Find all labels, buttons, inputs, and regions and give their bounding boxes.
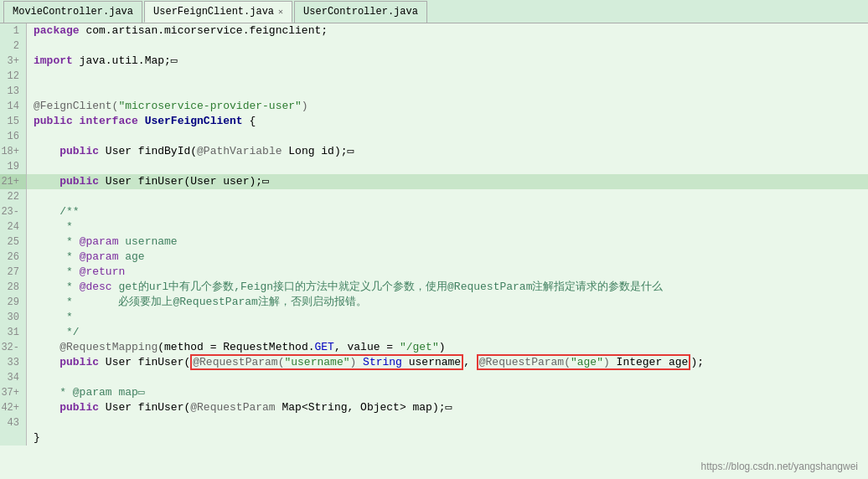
code-line: 43 <box>0 415 868 430</box>
line-num: 22 <box>0 189 27 204</box>
code-line: 3+ import java.util.Map;▭ <box>0 54 868 69</box>
line-num: 18+ <box>0 144 27 159</box>
code-line: 22 <box>0 189 868 204</box>
line-num: 32- <box>0 340 27 355</box>
line-content <box>27 69 868 84</box>
line-num: 31 <box>0 325 27 340</box>
code-line: 29 * 必须要加上@RequestParam注解，否则启动报错。 <box>0 295 868 310</box>
tab-user-label: UserController.java <box>303 6 418 18</box>
tab-feign-close[interactable]: ✕ <box>278 7 283 17</box>
code-line: 32- @RequestMapping(method = RequestMeth… <box>0 340 868 355</box>
line-content: public interface UserFeignClient { <box>27 114 868 129</box>
red-highlight-username: @RequestParam("username") String usernam… <box>190 354 463 370</box>
line-content: @FeignClient("microservice-provider-user… <box>27 99 868 114</box>
line-num: 30 <box>0 310 27 325</box>
line-content <box>27 39 868 54</box>
tab-movie-label: MovieController.java <box>13 6 133 18</box>
line-num: 12 <box>0 69 27 84</box>
line-num: 15 <box>0 114 27 129</box>
line-num: 24 <box>0 219 27 234</box>
line-num: 27 <box>0 265 27 280</box>
line-content <box>27 189 868 204</box>
line-num: 14 <box>0 99 27 114</box>
code-line-33: 33 public User finUser(@RequestParam("us… <box>0 355 868 370</box>
line-content <box>27 129 868 144</box>
line-content: * <box>27 219 868 234</box>
code-line: 15 public interface UserFeignClient { <box>0 114 868 129</box>
line-num: 19 <box>0 159 27 174</box>
line-content <box>27 84 868 99</box>
line-num <box>0 430 27 446</box>
line-content: import java.util.Map;▭ <box>27 54 868 69</box>
line-content: public User finUser(@RequestParam("usern… <box>27 355 868 370</box>
line-content: */ <box>27 325 868 340</box>
line-content: package com.artisan.micorservice.feigncl… <box>27 23 868 39</box>
code-line: 31 */ <box>0 325 868 340</box>
code-line: 24 * <box>0 219 868 234</box>
code-line: 37+ * @param map▭ <box>0 385 868 400</box>
line-content: * @desc get的url中有几个参数,Feign接口的方法中就定义几个参数… <box>27 280 868 295</box>
code-line: 27 * @return <box>0 265 868 280</box>
line-num: 3+ <box>0 54 27 69</box>
line-num: 26 <box>0 250 27 265</box>
code-line: 18+ public User findById(@PathVariable L… <box>0 144 868 159</box>
code-line: 16 <box>0 129 868 144</box>
line-content: * @param age <box>27 250 868 265</box>
line-num: 43 <box>0 415 27 430</box>
code-line-highlighted: 21+ public User finUser(User user);▭ <box>0 174 868 189</box>
line-num: 42+ <box>0 400 27 415</box>
line-num: 28 <box>0 280 27 295</box>
code-line: 2 <box>0 39 868 54</box>
line-num: 37+ <box>0 385 27 400</box>
line-content: @RequestMapping(method = RequestMethod.G… <box>27 340 868 355</box>
line-content: public User finUser(User user);▭ <box>27 174 868 189</box>
line-content: * @return <box>27 265 868 280</box>
line-content: } <box>27 430 868 446</box>
line-content <box>27 370 868 385</box>
line-num: 1 <box>0 23 27 39</box>
line-num: 23- <box>0 204 27 219</box>
line-content: * @param username <box>27 234 868 250</box>
code-line: 34 <box>0 370 868 385</box>
line-content: public User finUser(@RequestParam Map<St… <box>27 400 868 415</box>
code-line: 28 * @desc get的url中有几个参数,Feign接口的方法中就定义几… <box>0 280 868 295</box>
code-line: 19 <box>0 159 868 174</box>
line-content: * <box>27 310 868 325</box>
code-line: 25 * @param username <box>0 234 868 250</box>
line-num: 34 <box>0 370 27 385</box>
line-num: 16 <box>0 129 27 144</box>
tab-feign[interactable]: UserFeignClient.java ✕ <box>144 1 292 23</box>
tab-user[interactable]: UserController.java <box>294 1 427 23</box>
line-content: /** <box>27 204 868 219</box>
code-line: 1 package com.artisan.micorservice.feign… <box>0 23 868 39</box>
line-content: public User findById(@PathVariable Long … <box>27 144 868 159</box>
line-content: * 必须要加上@RequestParam注解，否则启动报错。 <box>27 295 868 310</box>
line-num: 29 <box>0 295 27 310</box>
line-num: 33 <box>0 355 27 370</box>
code-line: 13 <box>0 84 868 99</box>
red-highlight-age: @RequestParam("age") Integer age <box>477 354 691 370</box>
tab-feign-label: UserFeignClient.java <box>153 6 274 18</box>
tab-movie[interactable]: MovieController.java <box>3 1 142 23</box>
code-line: 14 @FeignClient("microservice-provider-u… <box>0 99 868 114</box>
line-num: 2 <box>0 39 27 54</box>
line-content <box>27 159 868 174</box>
watermark: https://blog.csdn.net/yangshangwei <box>701 461 858 472</box>
code-line: 12 <box>0 69 868 84</box>
code-area: 1 package com.artisan.micorservice.feign… <box>0 23 868 479</box>
code-line: 30 * <box>0 310 868 325</box>
line-num: 25 <box>0 234 27 250</box>
code-line: 26 * @param age <box>0 250 868 265</box>
code-line: 23- /** <box>0 204 868 219</box>
line-content <box>27 415 868 430</box>
line-content: * @param map▭ <box>27 385 868 400</box>
line-num: 13 <box>0 84 27 99</box>
code-line: } <box>0 430 868 446</box>
code-line: 42+ public User finUser(@RequestParam Ma… <box>0 400 868 415</box>
line-num: 21+ <box>0 174 27 189</box>
tab-bar: MovieController.java UserFeignClient.jav… <box>0 0 868 23</box>
